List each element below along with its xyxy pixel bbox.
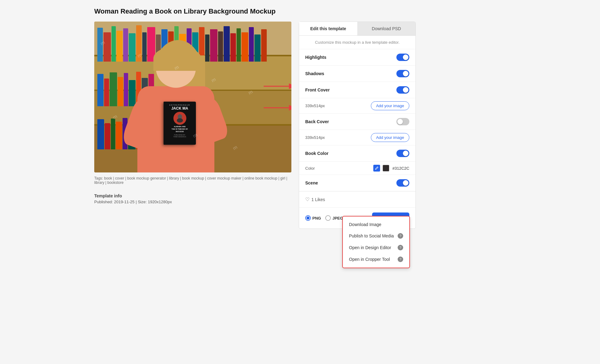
color-label: Color	[305, 166, 315, 171]
book-author-circle	[173, 112, 186, 125]
panel-body: Highlights Shadows Front Cov	[299, 49, 416, 191]
shadows-row: Shadows	[299, 66, 416, 82]
book-author: JACK MA	[171, 107, 188, 111]
back-cover-add-image-btn[interactable]: Add your image	[371, 133, 409, 142]
heart-icon[interactable]: ♡	[305, 196, 310, 202]
front-cover-add-image-btn[interactable]: Add your image	[371, 101, 409, 110]
book-subtitle: ALIBABA ANDTHE 40 THIEVES OFSUCCESS	[172, 126, 188, 133]
front-cover-size: 339x514px	[305, 103, 325, 108]
color-edit-icon[interactable]	[373, 165, 380, 172]
publish-social-help-icon: ?	[398, 233, 403, 239]
page-title: Woman Reading a Book on Library Backgrou…	[94, 7, 506, 15]
format-options: PNG JPEG	[305, 215, 343, 221]
tab-download-psd[interactable]: Download PSD	[357, 22, 416, 35]
color-row: Color #312C2C	[299, 162, 416, 175]
back-cover-label: Back Cover	[305, 119, 329, 124]
highlights-label: Highlights	[305, 55, 326, 60]
download-wrapper: Download ▼ Download Image Publish to Soc…	[372, 212, 409, 224]
mockup-image: ENTREPRENEUR JACK MA ALIBABA ANDTHE 40 T…	[94, 22, 291, 172]
panel-tabs: Edit this template Download PSD	[299, 22, 416, 36]
color-hex-value: #312C2C	[392, 166, 409, 171]
highlights-row: Highlights	[299, 49, 416, 66]
publish-social-item[interactable]: Publish to Social Media ?	[343, 230, 409, 242]
book-color-label: Book Color	[305, 151, 328, 156]
back-cover-size: 339x514px	[305, 135, 325, 140]
color-controls: #312C2C	[373, 165, 409, 172]
shadows-toggle[interactable]	[396, 70, 409, 77]
svg-point-2	[177, 118, 183, 123]
book-publisher: PUBLISHED BYTHINK MAVERICK	[173, 134, 186, 138]
book-color-row: Book Color	[299, 145, 416, 162]
control-panel: Edit this template Download PSD Customiz…	[299, 22, 416, 229]
front-cover-row: Front Cover	[299, 82, 416, 98]
jpeg-radio[interactable]	[325, 215, 331, 221]
book-held: ENTREPRENEUR JACK MA ALIBABA ANDTHE 40 T…	[164, 102, 196, 145]
image-section: ENTREPRENEUR JACK MA ALIBABA ANDTHE 40 T…	[94, 22, 291, 204]
woman-figure: ENTREPRENEUR JACK MA ALIBABA ANDTHE 40 T…	[119, 31, 230, 172]
download-dropdown: Download Image Publish to Social Media ?…	[342, 216, 410, 268]
open-design-editor-item[interactable]: Open in Design Editor ?	[343, 242, 409, 253]
template-info-section: Template info Published: 2019-11-25 | Si…	[94, 193, 291, 204]
likes-bar: ♡ 1 Likes	[299, 191, 416, 207]
color-swatch[interactable]	[383, 165, 389, 172]
front-cover-toggle[interactable]	[396, 86, 409, 94]
back-cover-toggle[interactable]	[396, 118, 409, 125]
template-info-title: Template info	[94, 193, 291, 198]
open-cropper-item[interactable]: Open in Cropper Tool ?	[343, 253, 409, 265]
png-label: PNG	[312, 216, 321, 220]
format-png-option[interactable]: PNG	[305, 215, 321, 221]
back-cover-row: Back Cover	[299, 114, 416, 130]
open-design-help-icon: ?	[398, 245, 403, 250]
png-radio[interactable]	[305, 215, 311, 221]
book-top-text: ENTREPRENEUR	[169, 104, 190, 106]
likes-count: 1 Likes	[311, 197, 325, 202]
dropdown-menu: Download Image Publish to Social Media ?…	[342, 216, 410, 268]
template-info-detail: Published: 2019-11-25 | Size: 1920x1280p…	[94, 200, 291, 204]
front-cover-size-row: 339x514px Add your image	[299, 98, 416, 114]
scene-row: Scene	[299, 175, 416, 191]
scene-label: Scene	[305, 180, 318, 185]
download-image-item[interactable]: Download Image	[343, 219, 409, 230]
jpeg-label: JPEG	[332, 216, 343, 220]
tags-line: Tags: book | cover | book mockup generat…	[94, 176, 291, 185]
scene-toggle[interactable]	[396, 179, 409, 187]
highlights-toggle[interactable]	[396, 54, 409, 61]
panel-footer: PNG JPEG Download ▼	[299, 207, 416, 229]
open-cropper-help-icon: ?	[398, 257, 403, 262]
format-jpeg-option[interactable]: JPEG	[325, 215, 343, 221]
back-cover-size-row: 339x514px Add your image	[299, 130, 416, 145]
book-color-toggle[interactable]	[396, 150, 409, 157]
front-cover-label: Front Cover	[305, 87, 330, 92]
panel-subtitle: Customize this mockup in a live template…	[299, 36, 416, 49]
shadows-label: Shadows	[305, 71, 324, 76]
tab-edit-template[interactable]: Edit this template	[299, 22, 357, 35]
